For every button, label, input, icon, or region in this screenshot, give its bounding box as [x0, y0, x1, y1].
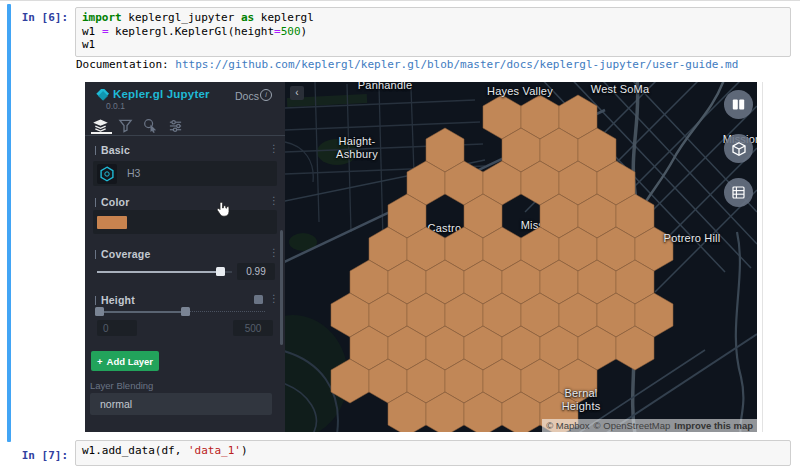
sidebar-collapse-button[interactable]: ‹ [290, 86, 304, 100]
cell-prompt-in6: In [6]: [4, 11, 68, 24]
legend-icon [732, 186, 745, 199]
show-legend-button[interactable] [724, 178, 753, 207]
active-tab-underline [91, 132, 112, 134]
kepler-widget: Kepler.gl Jupyter 0.0.1 Docs i [85, 82, 757, 432]
tab-layers-icon[interactable] [93, 118, 108, 133]
code-line: w1 [82, 38, 784, 52]
height-menu-icon[interactable]: ⋮ [269, 294, 279, 304]
toggle-3d-button[interactable] [724, 134, 753, 163]
plus-icon: + [97, 356, 103, 367]
coverage-slider-handle[interactable] [216, 267, 225, 276]
add-layer-label: Add Layer [107, 356, 153, 367]
tab-filters-icon[interactable] [118, 118, 133, 133]
mapbox-attribution[interactable]: © Mapbox [546, 420, 589, 431]
map-canvas[interactable]: The CastroMission PanhandleHayes ValleyW… [285, 82, 757, 432]
improve-map-link[interactable]: Improve this map [674, 420, 753, 431]
color-swatch [97, 216, 127, 229]
osm-attribution[interactable]: © OpenStreetMap [594, 420, 671, 431]
color-section-bar [95, 198, 96, 207]
split-map-button[interactable] [724, 90, 753, 119]
code-input-cell7[interactable]: w1.add_data(df, 'data_1') [75, 440, 791, 466]
color-menu-icon[interactable]: ⋮ [269, 196, 279, 206]
code-input-cell6[interactable]: import keplergl_jupyter as keplerglw1 = … [75, 7, 791, 57]
layer-blending-select[interactable]: normal [90, 393, 272, 415]
layer-panel-header[interactable]: Basic [101, 144, 130, 156]
layer-blending-label: Layer Blending [90, 380, 153, 391]
output-area-border [762, 82, 763, 432]
coverage-value[interactable]: 0.99 [237, 263, 275, 280]
coverage-menu-icon[interactable]: ⋮ [269, 248, 279, 258]
hexagon-icon [97, 164, 117, 184]
cube-3d-icon [732, 142, 746, 156]
cell-prompt-in7: In [7]: [4, 449, 68, 462]
map-attribution: © Mapbox © OpenStreetMap Improve this ma… [542, 419, 757, 432]
documentation-link[interactable]: https://github.com/keplergl/kepler.gl/bl… [175, 58, 738, 71]
height-min-value[interactable]: 0 [97, 320, 137, 336]
sidebar-scrollbar[interactable] [280, 230, 283, 345]
code-line: w1 = keplergl.KeplerGl(height=500) [82, 25, 784, 39]
cell6-output-text: Documentation: https://github.com/kepler… [76, 58, 738, 71]
documentation-label: Documentation: [76, 58, 175, 71]
h3-field-selector[interactable]: H3 [93, 161, 277, 186]
color-range-selector[interactable] [93, 210, 277, 234]
tab-interactions-icon[interactable] [143, 118, 158, 133]
basic-menu-icon[interactable]: ⋮ [269, 144, 279, 154]
mouse-cursor-hand [216, 201, 231, 218]
height-toggle-icon[interactable] [254, 295, 263, 304]
widget-title: Kepler.gl Jupyter [113, 88, 210, 100]
height-section-bar [95, 296, 96, 305]
height-section-label: Height [101, 294, 135, 306]
docs-link[interactable]: Docs [235, 90, 259, 102]
basic-section-bar [95, 146, 96, 155]
tab-base-map-icon[interactable] [168, 118, 183, 133]
height-slider-track[interactable] [99, 311, 185, 313]
code-line: w1.add_data(df, 'data_1') [82, 444, 784, 458]
h3-hexagon-layer [285, 82, 757, 432]
height-slider-handle-min[interactable] [95, 307, 104, 316]
color-section-label: Color [101, 196, 129, 208]
info-icon[interactable]: i [260, 89, 272, 101]
widget-version: 0.0.1 [106, 101, 125, 111]
toolbar-divider [0, 0, 800, 1]
add-layer-button[interactable]: + Add Layer [91, 351, 159, 371]
coverage-section-bar [95, 250, 96, 259]
height-slider-track-disabled [189, 311, 265, 312]
active-cell-indicator [7, 4, 11, 442]
height-slider-handle-max[interactable] [181, 307, 190, 316]
code-line: import keplergl_jupyter as keplergl [82, 11, 784, 25]
kepler-side-panel: Kepler.gl Jupyter 0.0.1 Docs i [85, 82, 285, 432]
height-max-value[interactable]: 500 [233, 320, 273, 336]
h3-field-value: H3 [127, 167, 140, 179]
coverage-section-label: Coverage [101, 248, 150, 260]
tabs-divider [85, 135, 285, 136]
split-map-icon [732, 98, 745, 111]
h3-icon-tile [97, 164, 117, 184]
coverage-slider-active [97, 271, 219, 273]
